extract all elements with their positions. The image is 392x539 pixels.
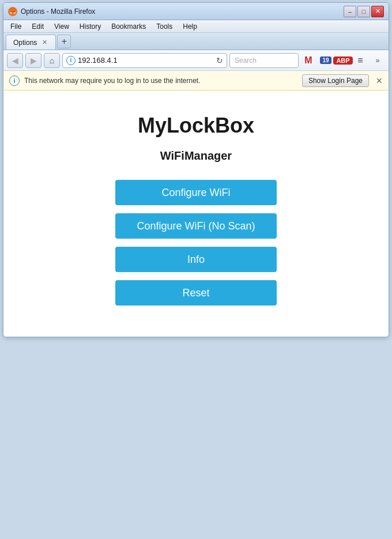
- menu-file[interactable]: File: [6, 21, 26, 32]
- show-login-button[interactable]: Show Login Page: [302, 74, 369, 87]
- tab-close-button[interactable]: ✕: [40, 39, 48, 47]
- notification-icon: i: [9, 76, 20, 86]
- menu-edit[interactable]: Edit: [27, 21, 48, 32]
- gmail-button[interactable]: M: [301, 53, 316, 68]
- menu-tools[interactable]: Tools: [152, 21, 177, 32]
- search-placeholder: Search: [235, 56, 257, 65]
- abp-label: ABP: [333, 56, 352, 65]
- title-bar-buttons: – □ ✕: [344, 6, 384, 17]
- address-text: 192.168.4.1: [78, 56, 214, 65]
- page-content: MyLockBox WiFiManager Configure WiFi Con…: [3, 91, 389, 337]
- info-button[interactable]: Info: [115, 247, 277, 272]
- home-button[interactable]: ⌂: [44, 53, 60, 68]
- forward-button[interactable]: ▶: [25, 53, 42, 68]
- browser-tab[interactable]: Options ✕: [6, 35, 56, 50]
- tab-bar: Options ✕ +: [3, 33, 389, 50]
- configure-wifi-button[interactable]: Configure WiFi: [115, 180, 277, 205]
- notification-bar: i This network may require you to log in…: [3, 71, 389, 91]
- title-bar-left: 🦊 Options - Mozilla Firefox: [8, 7, 95, 16]
- gmail-icon: M: [304, 55, 312, 66]
- firefox-icon: 🦊: [8, 7, 17, 16]
- menu-history[interactable]: History: [75, 21, 105, 32]
- nav-icons: M 19 ABP ≡ »: [301, 53, 385, 68]
- notification-text: This network may require you to log in t…: [24, 77, 297, 85]
- minimize-button[interactable]: –: [344, 6, 356, 17]
- badge-button[interactable]: 19: [318, 53, 333, 68]
- maximize-button[interactable]: □: [357, 6, 370, 17]
- menu-help[interactable]: Help: [178, 21, 202, 32]
- address-bar[interactable]: i 192.168.4.1 ↻: [62, 53, 227, 68]
- abp-button[interactable]: ABP: [336, 53, 350, 68]
- hamburger-menu-button[interactable]: ≡: [353, 53, 368, 68]
- window-title: Options - Mozilla Firefox: [21, 7, 95, 16]
- title-bar: 🦊 Options - Mozilla Firefox – □ ✕: [3, 3, 389, 20]
- page-title: MyLockBox: [138, 114, 254, 138]
- menu-view[interactable]: View: [50, 21, 74, 32]
- close-button[interactable]: ✕: [371, 6, 384, 17]
- notification-close-button[interactable]: ✕: [376, 76, 383, 85]
- configure-wifi-noscan-button[interactable]: Configure WiFi (No Scan): [115, 213, 277, 239]
- new-tab-button[interactable]: +: [57, 35, 71, 48]
- address-info-icon: i: [66, 56, 76, 65]
- reset-button[interactable]: Reset: [115, 280, 277, 306]
- menu-bar: File Edit View History Bookmarks Tools H…: [3, 20, 389, 33]
- nav-bar: ◀ ▶ ⌂ i 192.168.4.1 ↻ Search M 19 ABP ≡ …: [3, 50, 389, 71]
- address-refresh-button[interactable]: ↻: [216, 56, 223, 65]
- page-subtitle: WiFiManager: [160, 149, 232, 163]
- browser-window: 🦊 Options - Mozilla Firefox – □ ✕ File E…: [3, 2, 389, 337]
- search-bar[interactable]: Search: [229, 53, 299, 68]
- back-button[interactable]: ◀: [7, 53, 23, 68]
- tab-label: Options: [13, 39, 37, 47]
- more-button[interactable]: »: [370, 53, 385, 68]
- menu-bookmarks[interactable]: Bookmarks: [107, 21, 150, 32]
- notification-badge: 19: [320, 56, 331, 64]
